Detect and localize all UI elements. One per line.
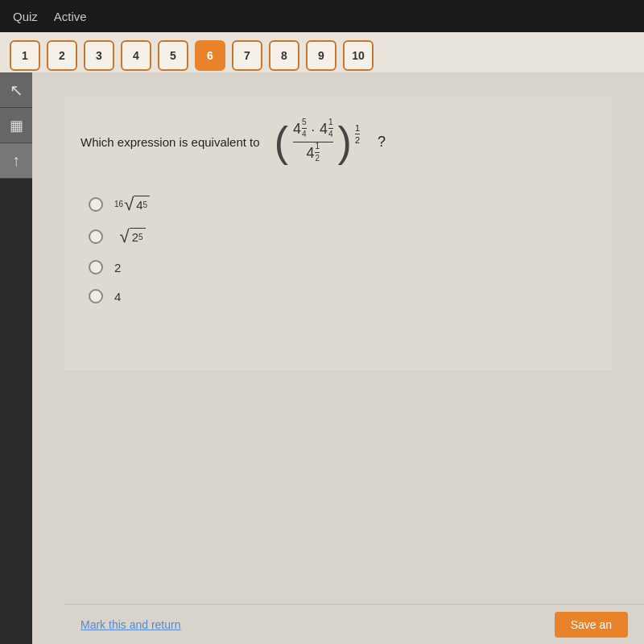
close-bracket: ) [338, 123, 352, 161]
dot-operator: · [312, 123, 315, 138]
mark-return-link[interactable]: Mark this and return [80, 618, 181, 631]
q-btn-7[interactable]: 7 [232, 40, 262, 71]
base-4-exp-1-4: 4 1 4 [320, 121, 333, 139]
question-area: Which expression is equivalent to ( 4 [64, 97, 612, 370]
q-btn-5[interactable]: 5 [158, 40, 188, 71]
math-expression: ( 4 5 4 [273, 121, 360, 163]
radio-D[interactable] [89, 289, 103, 303]
choice-C[interactable]: 2 [89, 260, 588, 275]
q-btn-6[interactable]: 6 [195, 40, 225, 71]
save-button[interactable]: Save an [555, 612, 628, 638]
radio-C[interactable] [89, 260, 103, 275]
base-4-exp-5-4: 4 5 4 [293, 121, 307, 139]
q-btn-8[interactable]: 8 [269, 40, 299, 71]
open-bracket: ( [275, 123, 288, 161]
q-btn-4[interactable]: 4 [121, 40, 151, 71]
choice-D-math: 4 [114, 290, 121, 303]
question-text-row: Which expression is equivalent to ( 4 [80, 121, 588, 163]
q-btn-10[interactable]: 10 [343, 40, 374, 71]
q-btn-3[interactable]: 3 [84, 40, 114, 71]
main-content: Which expression is equivalent to ( 4 [32, 72, 644, 644]
choice-B-math: _ √ 25 [114, 228, 146, 246]
base-4-exp-1-2: 4 1 2 [306, 145, 320, 163]
nth-root-16: 16 √ 45 [114, 196, 150, 213]
main-fraction: 4 5 4 · 4 [293, 121, 333, 163]
calculator-tool[interactable]: ▦ [0, 108, 32, 143]
top-bar: Quiz Active [0, 0, 644, 32]
sqrt-2-5: _ √ 25 [114, 228, 146, 246]
q-btn-1[interactable]: 1 [10, 40, 40, 71]
pointer-tool[interactable]: ↖ [0, 72, 32, 108]
radio-A[interactable] [89, 197, 103, 212]
q-btn-2[interactable]: 2 [47, 40, 77, 71]
choice-A-math: 16 √ 45 [114, 196, 150, 213]
fraction-denominator: 4 1 2 [306, 142, 320, 163]
choice-D[interactable]: 4 [89, 289, 588, 303]
question-mark: ? [378, 134, 386, 151]
choices: 16 √ 45 _ √ 25 [80, 196, 588, 303]
fraction-numerator: 4 5 4 · 4 [293, 121, 333, 142]
q-btn-9[interactable]: 9 [306, 40, 336, 71]
choice-C-math: 2 [114, 261, 121, 275]
arrow-up-tool[interactable]: ↑ [0, 143, 32, 179]
choice-B[interactable]: _ √ 25 [89, 228, 588, 246]
status-label: Active [54, 10, 87, 23]
bottom-bar: Mark this and return Save an [64, 604, 644, 644]
radio-B[interactable] [89, 229, 103, 244]
outer-exponent: 1 2 [355, 123, 360, 145]
choice-A[interactable]: 16 √ 45 [89, 196, 588, 213]
left-sidebar: ↖ ▦ ↑ [0, 72, 32, 179]
quiz-label: Quiz [13, 10, 38, 23]
question-text: Which expression is equivalent to [80, 135, 260, 149]
